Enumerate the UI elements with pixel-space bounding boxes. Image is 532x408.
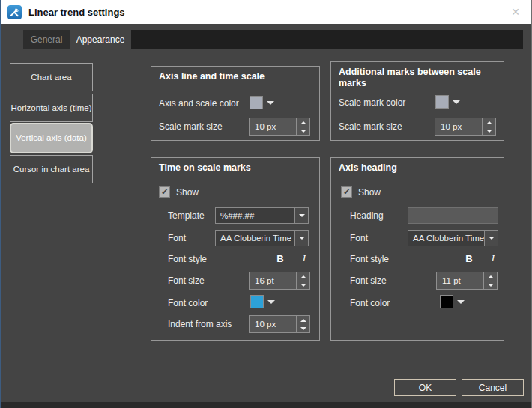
combobox-value: AA Clobberin Time Su	[408, 231, 484, 246]
spinner-up-button[interactable]	[484, 272, 497, 281]
spinner-value[interactable]: 10 px	[435, 118, 482, 135]
chevron-down-icon	[453, 100, 460, 104]
spinner-value[interactable]: 11 pt	[437, 272, 483, 289]
group-additional-marks: Additional marks between scale marks Sca…	[330, 61, 504, 141]
spinner-up-button[interactable]	[297, 272, 309, 281]
chevron-down-icon	[294, 231, 308, 246]
chevron-down-icon	[267, 300, 275, 304]
color-swatch	[440, 295, 453, 308]
spinner-down-button[interactable]	[297, 324, 309, 332]
spinner-down-button[interactable]	[483, 127, 495, 135]
spinner-value[interactable]: 10 px	[250, 118, 296, 135]
font-color-picker[interactable]	[440, 295, 465, 308]
indent-from-axis-label: Indent from axis	[168, 319, 232, 329]
window-bottom-edge	[1, 402, 531, 408]
font-style-label: Font style	[350, 254, 389, 264]
group-title: Time on scale marks	[159, 162, 251, 174]
group-title: Axis heading	[339, 162, 397, 174]
group-title: Axis line and time scale	[159, 71, 265, 82]
window-title: Linear trend settings	[28, 7, 125, 18]
font-color-picker[interactable]	[250, 295, 275, 308]
color-swatch	[435, 95, 449, 109]
spinner-value[interactable]: 16 pt	[250, 272, 296, 289]
bold-button[interactable]: B	[462, 251, 477, 266]
chevron-down-icon	[484, 231, 498, 246]
font-size-label: Font size	[350, 275, 387, 286]
heading-input[interactable]	[408, 207, 498, 224]
group-title: Additional marks between scale marks	[339, 67, 492, 89]
heading-label: Heading	[350, 210, 384, 221]
scale-mark-color-picker[interactable]	[435, 95, 460, 109]
ok-button[interactable]: OK	[394, 379, 456, 396]
show-checkbox[interactable]: ✔	[341, 186, 352, 198]
combobox-value: %###.##	[216, 208, 294, 223]
check-icon: ✔	[161, 188, 168, 196]
spinner-up-button[interactable]	[297, 118, 309, 127]
font-size-label: Font size	[168, 275, 205, 286]
titlebar: Linear trend settings ✕	[1, 0, 531, 24]
group-time-on-scale-marks: Time on scale marks ✔ Show Template %###…	[151, 157, 320, 341]
tools-app-icon	[7, 5, 22, 19]
template-label: Template	[168, 210, 205, 221]
axis-scale-color-picker[interactable]	[250, 96, 274, 109]
spinner-up-button[interactable]	[483, 118, 495, 127]
bold-button[interactable]: B	[273, 251, 288, 266]
scale-mark-size-spinner[interactable]: 10 px	[435, 118, 496, 136]
group-axis-heading: Axis heading ✔ Show Heading Font AA Clob…	[330, 157, 504, 341]
color-swatch	[250, 295, 264, 308]
tab-general[interactable]: General	[23, 30, 70, 49]
sidebar-item-chart-area[interactable]: Chart area	[10, 63, 93, 91]
check-icon: ✔	[343, 188, 350, 196]
template-combobox[interactable]: %###.##	[215, 207, 309, 224]
font-size-spinner[interactable]: 11 pt	[436, 272, 498, 290]
spinner-up-button[interactable]	[297, 316, 309, 324]
spinner-down-button[interactable]	[297, 127, 309, 135]
close-icon[interactable]: ✕	[509, 5, 522, 19]
combobox-value: AA Clobberin Time Su	[216, 231, 294, 246]
italic-button[interactable]: I	[486, 251, 501, 266]
color-swatch	[250, 96, 263, 109]
sidebar-item-cursor-chart-area[interactable]: Cursor in chart area	[10, 155, 93, 183]
chevron-down-icon	[294, 208, 308, 223]
font-color-label: Font color	[350, 298, 390, 308]
font-combobox[interactable]: AA Clobberin Time Su	[408, 230, 498, 246]
show-label: Show	[358, 187, 381, 198]
scale-mark-size-label: Scale mark size	[339, 121, 402, 132]
linear-trend-settings-dialog: Linear trend settings ✕ General Appearan…	[0, 0, 532, 408]
font-label: Font	[350, 233, 368, 243]
font-style-label: Font style	[168, 254, 207, 264]
scale-mark-size-label: Scale mark size	[159, 121, 223, 132]
axis-scale-color-label: Axis and scale color	[159, 98, 239, 109]
spinner-down-button[interactable]	[297, 281, 309, 289]
spinner-down-button[interactable]	[484, 281, 497, 289]
show-label: Show	[176, 187, 199, 198]
indent-spinner[interactable]: 10 px	[249, 315, 310, 333]
chevron-down-icon	[457, 300, 465, 304]
scale-mark-size-spinner[interactable]: 10 px	[249, 118, 310, 136]
font-size-spinner[interactable]: 16 pt	[249, 272, 310, 290]
cancel-button[interactable]: Cancel	[462, 379, 524, 396]
font-label: Font	[168, 233, 186, 243]
show-checkbox[interactable]: ✔	[159, 186, 170, 198]
spinner-value[interactable]: 10 px	[250, 316, 296, 332]
chevron-down-icon	[267, 101, 274, 105]
font-color-label: Font color	[168, 298, 208, 308]
sidebar-item-horizontal-axis[interactable]: Horizontal axis (time)	[10, 94, 93, 122]
sidebar-item-vertical-axis[interactable]: Vertical axis (data)	[10, 123, 93, 153]
group-axis-line-time-scale: Axis line and time scale Axis and scale …	[151, 66, 320, 141]
italic-button[interactable]: I	[297, 251, 312, 266]
font-combobox[interactable]: AA Clobberin Time Su	[215, 230, 309, 246]
tab-strip-filler	[131, 30, 523, 49]
scale-mark-color-label: Scale mark color	[339, 97, 405, 108]
tab-appearance[interactable]: Appearance	[70, 30, 131, 49]
